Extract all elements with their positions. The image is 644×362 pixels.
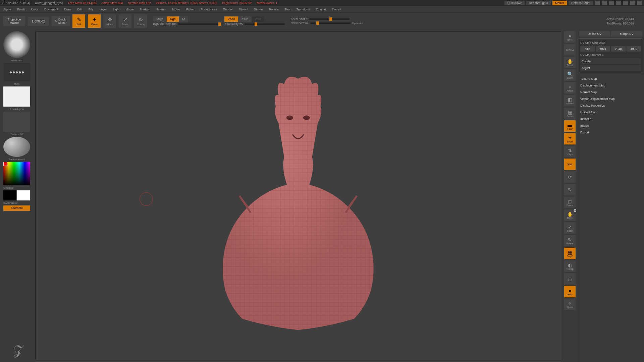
maximize-icon[interactable] <box>630 1 635 5</box>
minimize-icon[interactable] <box>623 1 628 5</box>
texture-map-section[interactable]: Texture Map <box>579 76 642 82</box>
scroll-button[interactable]: ✋Scroll <box>564 57 576 68</box>
zoom-button[interactable]: 🔍Zoom <box>564 69 576 81</box>
brush-preview[interactable] <box>3 31 30 58</box>
rotate-nav-button[interactable]: ↻Rotate <box>564 235 576 246</box>
menu-picker[interactable]: Picker <box>186 8 195 11</box>
primary-color[interactable] <box>17 190 30 200</box>
local-button[interactable]: ☀Local <box>564 133 576 144</box>
defaultscript-button[interactable]: DefaultZScript <box>569 1 593 5</box>
color-picker[interactable] <box>3 162 30 185</box>
menu-material[interactable]: Material <box>155 8 166 11</box>
menu-macro[interactable]: Macro <box>125 8 134 11</box>
menu-file[interactable]: File <box>89 8 94 11</box>
floor-button[interactable]: ▬Floor <box>564 120 576 132</box>
xyz-button[interactable]: Xyz <box>564 159 576 170</box>
draw-tool[interactable]: ✦Draw <box>88 14 101 28</box>
spix-button[interactable]: SPix 3 <box>564 44 576 55</box>
import-section[interactable]: Import <box>579 123 642 129</box>
m-button[interactable]: M <box>179 16 188 22</box>
projection-master-button[interactable]: Projection Master <box>3 16 25 26</box>
quicksave-button[interactable]: QuickSave <box>504 1 525 5</box>
normal-map-section[interactable]: Normal Map <box>579 89 642 95</box>
menu-zplugin[interactable]: Zplugin <box>316 8 326 11</box>
menu-texture[interactable]: Texture <box>269 8 279 11</box>
unified-skin-section[interactable]: Unified Skin <box>579 109 642 115</box>
draw-size-slider[interactable]: Draw Size 64 <box>291 21 309 25</box>
menu-layer[interactable]: Layer <box>99 8 107 11</box>
menu-preferences[interactable]: Preferences <box>201 8 217 11</box>
adjust-section[interactable]: Adjust <box>580 65 641 71</box>
menu-edit[interactable]: Edit <box>77 8 83 11</box>
xpose-button[interactable]: ✧Xpose <box>564 299 576 310</box>
menu-document[interactable]: Document <box>44 8 58 11</box>
displacement-map-section[interactable]: Displacement Map <box>579 82 642 88</box>
export-section[interactable]: Export <box>579 129 642 135</box>
dynamic-label[interactable]: Dynamic <box>352 22 363 25</box>
quick-sketch-button[interactable]: ✎ Quick Sketch <box>52 16 70 26</box>
stroke-preview[interactable] <box>3 63 30 81</box>
scale-nav-button[interactable]: ⤢Scale <box>564 222 576 234</box>
viewport-canvas[interactable] <box>35 31 561 360</box>
morph-uv-button[interactable]: Morph UV <box>611 31 642 37</box>
scale-tool[interactable]: ⤢Scale <box>119 14 131 28</box>
alpha-preview[interactable] <box>3 86 30 107</box>
actual-button[interactable]: ▫Actual <box>564 82 576 94</box>
rgb-button[interactable]: Rgb <box>167 16 179 22</box>
delete-uv-button[interactable]: Delete UV <box>579 31 610 37</box>
mrgb-button[interactable]: Mrgb <box>153 16 167 22</box>
ghost-button[interactable]: ◌ <box>564 273 576 285</box>
texture-preview[interactable] <box>3 112 30 132</box>
uv-size-4096[interactable]: 4096 <box>627 46 641 52</box>
aahalf-button[interactable]: ◧AAHalf <box>564 95 576 106</box>
vector-displacement-section[interactable]: Vector Displacement Map <box>579 96 642 102</box>
uv-size-512[interactable]: 512 <box>580 46 595 52</box>
seethrough-slider[interactable]: See-through 0 <box>526 1 551 5</box>
material-preview[interactable] <box>3 137 30 157</box>
menu-movie[interactable]: Movie <box>172 8 180 11</box>
menu-color[interactable]: Color <box>31 8 39 11</box>
z-intensity-slider[interactable]: Z Intensity 25 <box>224 22 243 26</box>
solo-button[interactable]: ●Solo <box>564 286 576 297</box>
uv-size-1024[interactable]: 1024 <box>596 46 610 52</box>
edit-tool[interactable]: ✎Edit <box>72 14 85 28</box>
persp-button[interactable]: ▦Persp <box>564 108 576 119</box>
window-icon[interactable] <box>609 1 614 5</box>
menu-transform[interactable]: Transform <box>296 8 310 11</box>
gradient-label[interactable]: Gradient <box>3 186 30 189</box>
rot-z-button[interactable]: ↻ <box>564 184 576 195</box>
menu-stroke[interactable]: Stroke <box>254 8 263 11</box>
lsym-button[interactable]: ⇅LSym <box>564 146 576 157</box>
menus-button[interactable]: Menus <box>552 1 567 5</box>
uv-map-size-slider[interactable]: UV Map Size 2048 <box>580 41 641 45</box>
frame-button[interactable]: ◻Frame <box>564 197 576 208</box>
window-icon[interactable] <box>616 1 621 5</box>
zadd-button[interactable]: Zadd <box>224 16 238 22</box>
switchcolor-button[interactable]: SwitchColor <box>3 201 30 204</box>
menu-zscript[interactable]: Zscript <box>332 8 341 11</box>
menu-brush[interactable]: Brush <box>17 8 25 11</box>
lightbox-button[interactable]: LightBox <box>28 17 49 26</box>
transp-button[interactable]: ◐Transp <box>564 260 576 272</box>
rot-button[interactable]: ⟳ <box>564 171 576 183</box>
menu-alpha[interactable]: Alpha <box>3 8 11 11</box>
rgb-intensity-slider[interactable]: Rgb Intensity 100 <box>153 22 176 26</box>
alternate-button[interactable]: Alternate <box>3 205 30 211</box>
rotate-tool[interactable]: ↻Rotate <box>134 14 147 28</box>
polyf-button[interactable]: ▦PolyF <box>564 248 576 259</box>
uv-size-2048[interactable]: 2048 <box>611 46 626 52</box>
zcut-button[interactable]: Zcut <box>252 16 264 22</box>
close-icon[interactable] <box>637 1 642 5</box>
window-icon[interactable] <box>595 1 600 5</box>
secondary-color[interactable] <box>3 190 16 200</box>
menu-light[interactable]: Light <box>113 8 120 11</box>
zsub-button[interactable]: Zsub <box>238 16 252 22</box>
initialize-section[interactable]: Initialize <box>579 116 642 122</box>
bpr-button[interactable]: ●BPR <box>564 31 576 43</box>
window-icon[interactable] <box>602 1 607 5</box>
menu-tool[interactable]: Tool <box>285 8 290 11</box>
menu-draw[interactable]: Draw <box>64 8 71 11</box>
focal-shift-slider[interactable]: Focal Shift 0 <box>291 17 308 21</box>
create-section[interactable]: Create <box>580 58 641 64</box>
menu-stencil[interactable]: Stencil <box>239 8 248 11</box>
